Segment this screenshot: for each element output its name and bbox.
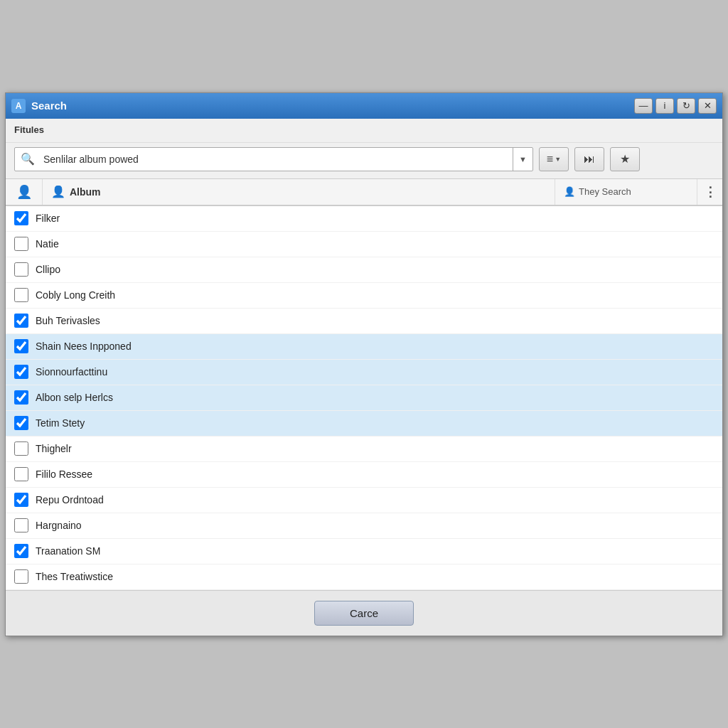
list-item-label: Cllipo: [36, 264, 60, 275]
footer: Carce: [6, 590, 722, 636]
list-item[interactable]: Cllipo: [6, 257, 722, 283]
list-item-checkbox[interactable]: [14, 314, 28, 328]
list-item-checkbox[interactable]: [14, 339, 28, 353]
list-item-label: Natie: [36, 238, 59, 250]
main-window: A Search — i ↻ ✕ Fitules 🔍 ▼ ≡ ▼ ⏭: [5, 92, 723, 636]
list-item-label: Hargnaino: [36, 520, 82, 531]
list-item[interactable]: Thes Treatiwstice: [6, 564, 722, 590]
header-avatar-icon: 👤: [6, 179, 43, 205]
they-search-person-icon: 👤: [564, 186, 575, 197]
list-item-checkbox[interactable]: [14, 288, 28, 302]
list-item-checkbox[interactable]: [14, 518, 28, 532]
search-dropdown-button[interactable]: ▼: [513, 148, 532, 171]
refresh-button[interactable]: ↻: [677, 98, 695, 114]
cancel-button[interactable]: Carce: [314, 601, 414, 626]
titlebar: A Search — i ↻ ✕: [6, 93, 722, 119]
list-item-checkbox[interactable]: [14, 467, 28, 481]
list-item[interactable]: Buh Terivasles: [6, 309, 722, 334]
list-item-label: Albon selp Herlcs: [36, 392, 113, 403]
header-album-column[interactable]: 👤 Album: [43, 185, 555, 198]
list-item-label: Tetim Stety: [36, 417, 85, 429]
section-label: Fitules: [14, 124, 714, 135]
search-row: 🔍 ▼ ≡ ▼ ⏭ ★: [6, 143, 722, 179]
app-icon: A: [11, 99, 26, 113]
list-item[interactable]: Tetim Stety: [6, 411, 722, 437]
window-title: Search: [31, 100, 67, 112]
list-item-label: Cobly Long Creith: [36, 289, 115, 301]
list-item-label: Traanation SM: [36, 545, 100, 557]
info-button[interactable]: i: [655, 98, 674, 114]
list-item-label: Buh Terivasles: [36, 315, 100, 326]
list-item-checkbox[interactable]: [14, 416, 28, 430]
search-input[interactable]: [41, 154, 513, 165]
list-item[interactable]: Repu Ordntoad: [6, 488, 722, 513]
titlebar-left: A Search: [11, 99, 67, 113]
person-icon: 👤: [16, 184, 32, 200]
list-item[interactable]: Shain Nees Inpponed: [6, 334, 722, 360]
list-header: 👤 👤 Album 👤 They Search ⋮: [6, 179, 722, 206]
filter-button[interactable]: ≡ ▼: [539, 147, 569, 171]
titlebar-buttons: — i ↻ ✕: [634, 98, 717, 114]
list-item-label: Fililo Ressee: [36, 469, 92, 480]
list-item[interactable]: Fililo Ressee: [6, 462, 722, 488]
list-item-checkbox[interactable]: [14, 441, 28, 456]
section-header: Fitules: [6, 119, 722, 143]
search-icon: 🔍: [15, 152, 41, 166]
list-item-checkbox[interactable]: [14, 493, 28, 507]
list-item[interactable]: Natie: [6, 232, 722, 257]
next-button[interactable]: ⏭: [574, 147, 604, 171]
header-they-search-column[interactable]: 👤 They Search: [555, 179, 697, 205]
list-item-checkbox[interactable]: [14, 390, 28, 405]
list-item-checkbox[interactable]: [14, 365, 28, 379]
album-person-icon: 👤: [51, 185, 65, 198]
list-item-checkbox[interactable]: [14, 544, 28, 558]
list-item[interactable]: Hargnaino: [6, 513, 722, 539]
list-item[interactable]: Cobly Long Creith: [6, 283, 722, 309]
list-item-checkbox[interactable]: [14, 211, 28, 225]
list-item-checkbox[interactable]: [14, 237, 28, 251]
list-item[interactable]: Sionnourfacttinu: [6, 360, 722, 385]
close-button[interactable]: ✕: [698, 98, 717, 114]
minimize-button[interactable]: —: [634, 98, 653, 114]
list-item-label: Sionnourfacttinu: [36, 366, 107, 378]
header-more-button[interactable]: ⋮: [697, 179, 722, 205]
list-item[interactable]: Traanation SM: [6, 539, 722, 564]
list-item-label: Shain Nees Inpponed: [36, 341, 132, 352]
list-item-checkbox[interactable]: [14, 569, 28, 584]
list-item[interactable]: Filker: [6, 206, 722, 232]
list-item[interactable]: Thighelr: [6, 437, 722, 462]
list-body: FilkerNatieCllipoCobly Long CreithBuh Te…: [6, 206, 722, 590]
list-item-checkbox[interactable]: [14, 262, 28, 277]
list-item-label: Thighelr: [36, 443, 72, 454]
list-item-label: Repu Ordntoad: [36, 494, 104, 505]
list-item-label: Filker: [36, 213, 60, 224]
list-item-label: Thes Treatiwstice: [36, 571, 113, 582]
star-button[interactable]: ★: [610, 147, 640, 171]
list-item[interactable]: Albon selp Herlcs: [6, 385, 722, 411]
search-input-wrapper: 🔍 ▼: [14, 147, 533, 171]
